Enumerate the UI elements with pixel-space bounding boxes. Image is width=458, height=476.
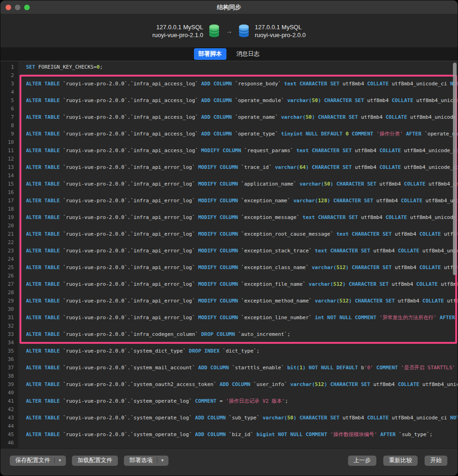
line-number: 20 xyxy=(0,222,18,230)
recompare-label: 重新比较 xyxy=(383,457,418,464)
chevron-down-icon[interactable]: ▼ xyxy=(157,458,168,463)
code-text xyxy=(18,155,26,163)
line-number: 37 xyxy=(0,364,18,372)
target-db-icon xyxy=(238,24,250,38)
line-number: 30 xyxy=(0,305,18,314)
line-number: 4 xyxy=(0,88,18,96)
code-line[interactable]: 2 xyxy=(0,71,458,80)
line-number: 43 xyxy=(0,414,18,422)
code-line[interactable]: 43ALTER TABLE `ruoyi-vue-pro-2.0.0`.`sys… xyxy=(0,414,458,422)
code-line[interactable]: 12 xyxy=(0,155,458,163)
code-line[interactable]: 17ALTER TABLE `ruoyi-vue-pro-2.0.0`.`inf… xyxy=(0,197,458,205)
code-line[interactable]: 31ALTER TABLE `ruoyi-vue-pro-2.0.0`.`inf… xyxy=(0,314,458,322)
prev-step-button[interactable]: 上一步 xyxy=(348,456,377,466)
code-line[interactable]: 4 xyxy=(0,88,458,96)
tab-deploy-script[interactable]: 部署脚本 xyxy=(194,48,226,60)
code-line[interactable]: 18 xyxy=(0,205,458,213)
code-line[interactable]: 39ALTER TABLE `ruoyi-vue-pro-2.0.0`.`sys… xyxy=(0,380,458,389)
code-line[interactable]: 40 xyxy=(0,389,458,397)
code-line[interactable]: 36 xyxy=(0,355,458,364)
start-button[interactable]: 开始 xyxy=(425,456,447,466)
recompare-button[interactable]: 重新比较 xyxy=(383,456,418,466)
code-text xyxy=(18,122,26,130)
code-line[interactable]: 14 xyxy=(0,172,458,180)
code-text: ALTER TABLE `ruoyi-vue-pro-2.0.0`.`syste… xyxy=(18,397,288,405)
line-number: 12 xyxy=(0,155,18,163)
code-line[interactable]: 24 xyxy=(0,255,458,264)
sql-editor: 1SET FOREIGN_KEY_CHECKS=0;23ALTER TABLE … xyxy=(0,61,458,448)
save-config-button[interactable]: 保存配置文件▼ xyxy=(10,456,66,466)
code-line[interactable]: 1SET FOREIGN_KEY_CHECKS=0; xyxy=(0,63,458,71)
line-number: 18 xyxy=(0,205,18,213)
source-connection: 127.0.0.1 MySQL ruoyi-vue-pro-2.1.0 xyxy=(152,23,203,39)
source-database: ruoyi-vue-pro-2.1.0 xyxy=(152,31,203,39)
code-line[interactable]: 44 xyxy=(0,422,458,431)
load-config-button[interactable]: 加载配置文件 xyxy=(72,456,118,466)
code-line[interactable]: 29ALTER TABLE `ruoyi-vue-pro-2.0.0`.`inf… xyxy=(0,297,458,305)
code-line[interactable]: 33ALTER TABLE `ruoyi-vue-pro-2.0.0`.`inf… xyxy=(0,330,458,339)
code-text: ALTER TABLE `ruoyi-vue-pro-2.0.0`.`syste… xyxy=(18,364,458,372)
code-text: ALTER TABLE `ruoyi-vue-pro-2.0.0`.`infra… xyxy=(18,180,458,188)
code-text: ALTER TABLE `ruoyi-vue-pro-2.0.0`.`syste… xyxy=(18,431,432,439)
code-line[interactable]: 26 xyxy=(0,272,458,280)
code-line[interactable]: 30 xyxy=(0,305,458,314)
minimize-button[interactable] xyxy=(15,5,20,10)
line-number: 32 xyxy=(0,322,18,330)
line-number: 13 xyxy=(0,163,18,172)
code-text xyxy=(18,272,26,280)
code-line[interactable]: 45ALTER TABLE `ruoyi-vue-pro-2.0.0`.`sys… xyxy=(0,431,458,439)
zoom-button[interactable] xyxy=(24,5,30,10)
code-line[interactable]: 16 xyxy=(0,188,458,197)
code-line[interactable]: 41ALTER TABLE `ruoyi-vue-pro-2.0.0`.`sys… xyxy=(0,397,458,405)
close-button[interactable] xyxy=(6,5,11,10)
line-number: 22 xyxy=(0,238,18,247)
code-text: ALTER TABLE `ruoyi-vue-pro-2.0.0`.`syste… xyxy=(18,414,458,422)
code-line[interactable]: 37ALTER TABLE `ruoyi-vue-pro-2.0.0`.`sys… xyxy=(0,364,458,372)
code-line[interactable]: 46 xyxy=(0,439,458,447)
line-number: 27 xyxy=(0,280,18,289)
code-line[interactable]: 25ALTER TABLE `ruoyi-vue-pro-2.0.0`.`inf… xyxy=(0,264,458,272)
line-number: 21 xyxy=(0,230,18,238)
line-number: 24 xyxy=(0,255,18,264)
code-line[interactable]: 22 xyxy=(0,238,458,247)
code-line[interactable]: 10 xyxy=(0,138,458,147)
code-line[interactable]: 42 xyxy=(0,405,458,414)
code-line[interactable]: 8 xyxy=(0,122,458,130)
line-number: 38 xyxy=(0,372,18,380)
code-text xyxy=(18,172,26,180)
code-line[interactable]: 19ALTER TABLE `ruoyi-vue-pro-2.0.0`.`inf… xyxy=(0,213,458,222)
code-line[interactable]: 11ALTER TABLE `ruoyi-vue-pro-2.0.0`.`inf… xyxy=(0,147,458,155)
code-text: ALTER TABLE `ruoyi-vue-pro-2.0.0`.`infra… xyxy=(18,314,458,322)
code-line[interactable]: 27ALTER TABLE `ruoyi-vue-pro-2.0.0`.`inf… xyxy=(0,280,458,289)
code-line[interactable]: 5ALTER TABLE `ruoyi-vue-pro-2.0.0`.`infr… xyxy=(0,96,458,105)
deploy-options-button[interactable]: 部署选项▼ xyxy=(124,456,168,466)
code-line[interactable]: 20 xyxy=(0,222,458,230)
code-line[interactable]: 32 xyxy=(0,322,458,330)
code-text: ALTER TABLE `ruoyi-vue-pro-2.0.0`.`infra… xyxy=(18,147,458,155)
code-text: ALTER TABLE `ruoyi-vue-pro-2.0.0`.`syste… xyxy=(18,347,259,355)
chevron-down-icon[interactable]: ▼ xyxy=(55,458,66,463)
code-text: ALTER TABLE `ruoyi-vue-pro-2.0.0`.`infra… xyxy=(18,264,458,272)
code-line[interactable]: 38 xyxy=(0,372,458,380)
code-line[interactable]: 21ALTER TABLE `ruoyi-vue-pro-2.0.0`.`inf… xyxy=(0,230,458,238)
code-line[interactable]: 23ALTER TABLE `ruoyi-vue-pro-2.0.0`.`inf… xyxy=(0,247,458,255)
code-text xyxy=(18,405,26,414)
code-line[interactable]: 13ALTER TABLE `ruoyi-vue-pro-2.0.0`.`inf… xyxy=(0,163,458,172)
code-line[interactable]: 3ALTER TABLE `ruoyi-vue-pro-2.0.0`.`infr… xyxy=(0,80,458,88)
code-line[interactable]: 9ALTER TABLE `ruoyi-vue-pro-2.0.0`.`infr… xyxy=(0,130,458,138)
line-number: 16 xyxy=(0,188,18,197)
code-line[interactable]: 28 xyxy=(0,289,458,297)
vertical-scrollbar[interactable] xyxy=(453,63,457,275)
line-number: 33 xyxy=(0,330,18,339)
code-line[interactable]: 34 xyxy=(0,339,458,347)
line-number: 39 xyxy=(0,380,18,389)
start-label: 开始 xyxy=(425,457,447,464)
line-number: 29 xyxy=(0,297,18,305)
target-host: 127.0.0.1 MySQL xyxy=(255,23,306,31)
code-line[interactable]: 7ALTER TABLE `ruoyi-vue-pro-2.0.0`.`infr… xyxy=(0,113,458,122)
tab-message-log[interactable]: 消息日志 xyxy=(232,48,264,60)
code-rows: 1SET FOREIGN_KEY_CHECKS=0;23ALTER TABLE … xyxy=(0,63,458,447)
code-line[interactable]: 6 xyxy=(0,105,458,113)
code-line[interactable]: 35ALTER TABLE `ruoyi-vue-pro-2.0.0`.`sys… xyxy=(0,347,458,355)
code-line[interactable]: 15ALTER TABLE `ruoyi-vue-pro-2.0.0`.`inf… xyxy=(0,180,458,188)
